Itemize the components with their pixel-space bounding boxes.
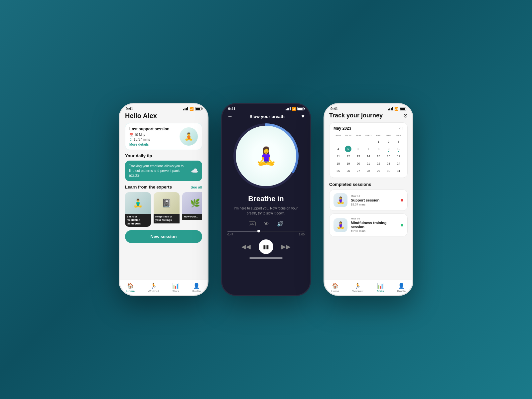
expert-card-2[interactable]: 📓 Keep track of your feelings — [154, 192, 180, 227]
active-day[interactable]: 5 — [345, 146, 351, 152]
cal-day-10[interactable]: 10 — [395, 146, 402, 152]
heart-button[interactable]: ♥ — [302, 113, 305, 119]
support-date: 10 May — [134, 133, 145, 137]
calendar-card: May 2023 ‹ › SUN MON TUE WED THU FRI SAT — [329, 122, 408, 178]
breathe-header: ← Slow your breath ♥ — [222, 112, 310, 123]
cc-icon[interactable]: CC — [249, 221, 256, 226]
bottom-nav-3: 🏠 Home 🏃 Workout 📊 Stats 👤 Profile — [325, 280, 412, 295]
wifi-icon-2: 📶 — [292, 107, 296, 111]
breathe-circle: 🧘‍♀️ — [233, 123, 299, 189]
expert-img-2: 📓 — [154, 192, 180, 214]
clock-icon: ⏱ — [129, 138, 132, 141]
time-3: 9:41 — [331, 107, 338, 111]
more-details-link[interactable]: More details — [129, 143, 170, 146]
new-session-button[interactable]: New session — [125, 230, 202, 243]
nav-stats-label-3: Stats — [377, 290, 384, 293]
status-bar-2: 9:41 📶 — [222, 104, 310, 112]
phone3-content: Track your journey ⊙ May 2023 ‹ › SUN MO… — [325, 112, 412, 294]
month-title: May 2023 — [333, 126, 351, 131]
expert-card-3[interactable]: 🌿 How your... — [182, 192, 202, 227]
time-row: 0:47 2:00 — [227, 233, 305, 236]
workout-icon: 🏃 — [150, 283, 157, 289]
progress-dot — [257, 230, 260, 232]
calendar-grid: SUN MON TUE WED THU FRI SAT 1 2 3 — [333, 133, 403, 174]
nav-profile-3[interactable]: 👤 Profile — [397, 283, 406, 293]
session-figure-2: 🧘‍♀️ — [333, 218, 347, 232]
calendar-month-row: May 2023 ‹ › — [333, 126, 403, 131]
nav-home-label-3: Home — [331, 290, 339, 293]
playback-controls: ◀◀ ▮▮ ▶▶ — [241, 239, 291, 254]
session-name-1: Support session — [351, 198, 397, 202]
phone-breathe: 9:41 📶 ← Slow your breath ♥ — [221, 103, 311, 296]
expert-label-3: How your... — [182, 214, 202, 220]
progress-bar[interactable]: 0:47 2:00 — [227, 231, 305, 236]
target-icon[interactable]: ⊙ — [403, 112, 408, 119]
support-card: Last support session 📅 10 May ⏱ 15:37 mi… — [125, 123, 202, 150]
nav-home-label: Home — [126, 290, 135, 293]
status-bar-3: 9:41 📶 — [325, 104, 412, 112]
back-button[interactable]: ← — [227, 113, 233, 119]
stats-icon: 📊 — [172, 283, 179, 289]
month-nav: ‹ › — [399, 126, 403, 131]
phone-home: 9:41 📶 Hello Alex Last support session — [119, 103, 208, 296]
breathe-in-text: Breathe in — [248, 195, 284, 203]
battery-icon-2 — [297, 107, 304, 110]
time-2: 9:41 — [228, 107, 235, 111]
cal-day-9[interactable]: 9 — [385, 146, 392, 152]
see-all-link[interactable]: See all — [191, 185, 202, 189]
nav-workout-3[interactable]: 🏃 Workout — [352, 283, 363, 293]
session-name-2: Mindfulness training session — [351, 221, 397, 229]
phone2-content: ← Slow your breath ♥ — [222, 112, 310, 294]
session-duration-1: 15:37 mins — [351, 203, 397, 206]
time-total: 2:00 — [299, 233, 305, 236]
next-button[interactable]: ▶▶ — [281, 243, 291, 250]
experts-title: Learn from the experts — [125, 185, 172, 190]
nav-workout-label: Workout — [148, 290, 159, 293]
status-icons-3: 📶 — [388, 107, 406, 111]
session-info-2: MAY 09 Mindfulness training session 15:3… — [351, 217, 397, 233]
prev-button[interactable]: ◀◀ — [241, 243, 251, 250]
nav-profile-label: Profile — [193, 290, 201, 293]
session-duration-2: 15:37 mins — [351, 229, 397, 233]
phones-container: 9:41 📶 Hello Alex Last support session — [119, 103, 413, 296]
meditation-emoji: 🧘‍♀️ — [255, 146, 277, 166]
daily-tip-title: Your daily tip — [125, 153, 202, 158]
eye-icon[interactable]: 👁 — [264, 221, 269, 227]
signal-icon-2 — [286, 107, 291, 110]
progress-track — [227, 231, 305, 231]
nav-profile-label-3: Profile — [397, 290, 406, 293]
track-header: Track your journey ⊙ — [329, 112, 408, 119]
home-icon-3: 🏠 — [332, 283, 338, 289]
nav-profile[interactable]: 👤 Profile — [193, 283, 201, 293]
support-date-row: 📅 10 May — [129, 133, 170, 137]
tip-emoji: ☁️ — [191, 167, 198, 175]
support-duration-row: ⏱ 15:37 mins — [129, 138, 170, 141]
session-date-2: MAY 09 — [351, 217, 397, 220]
volume-icon[interactable]: 🔊 — [277, 220, 284, 227]
wifi-icon-3: 📶 — [394, 107, 398, 111]
session-card-2[interactable]: 🧘‍♀️ MAY 09 Mindfulness training session… — [329, 213, 408, 236]
session-info-1: MAY 10 Support session 15:37 mins — [351, 195, 397, 206]
time-current: 0:47 — [227, 233, 233, 236]
controls-row: CC 👁 🔊 — [249, 220, 284, 227]
expert-card-1[interactable]: 🧘‍♂️ Basic of meditation techniques — [125, 192, 151, 227]
battery-icon-3 — [400, 107, 406, 110]
nav-workout-label-3: Workout — [352, 290, 363, 293]
session-card-1[interactable]: 🧘‍♀️ MAY 10 Support session 15:37 mins — [329, 190, 408, 211]
nav-home-3[interactable]: 🏠 Home — [331, 283, 339, 293]
nav-stats[interactable]: 📊 Stats — [172, 283, 179, 293]
completed-title: Completed sessions — [329, 182, 408, 187]
nav-home[interactable]: 🏠 Home — [126, 283, 135, 293]
stats-icon-3: 📊 — [377, 283, 384, 289]
expert-label-1: Basic of meditation techniques — [125, 214, 151, 227]
session-date-1: MAY 10 — [351, 195, 397, 198]
next-month-button[interactable]: › — [402, 126, 403, 131]
breathe-screen-title: Slow your breath — [250, 114, 285, 119]
nav-stats-3[interactable]: 📊 Stats — [377, 283, 384, 293]
nav-stats-label: Stats — [172, 290, 179, 293]
pause-button[interactable]: ▮▮ — [259, 239, 273, 254]
bottom-nav-1: 🏠 Home 🏃 Workout 📊 Stats 👤 Profile — [120, 280, 207, 295]
nav-workout[interactable]: 🏃 Workout — [148, 283, 159, 293]
prev-month-button[interactable]: ‹ — [399, 126, 401, 131]
support-meta: 📅 10 May ⏱ 15:37 mins — [129, 133, 170, 141]
